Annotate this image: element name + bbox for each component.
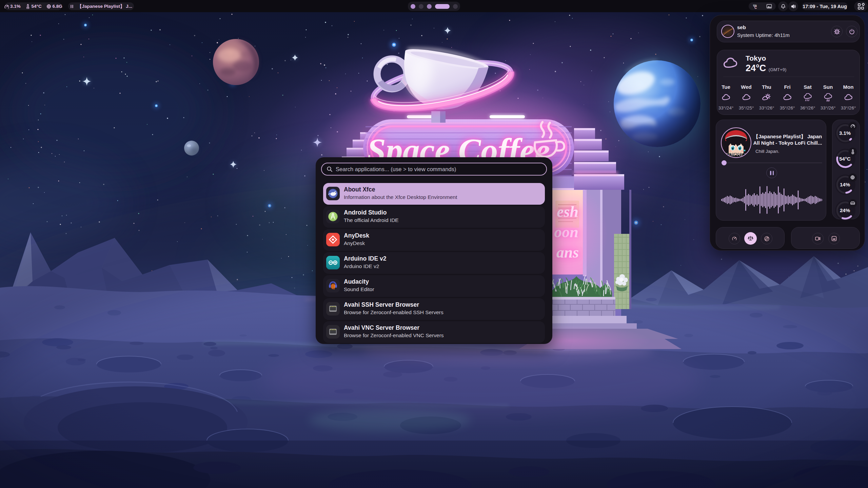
svg-text:3.1%: 3.1% (839, 130, 851, 136)
svg-text:C: C (754, 6, 757, 9)
svg-text:24%: 24% (840, 207, 850, 213)
svg-text:TOKYO L: TOKYO L (726, 152, 748, 157)
svg-text:14%: 14% (840, 182, 850, 187)
svg-text:54°C: 54°C (839, 156, 851, 162)
